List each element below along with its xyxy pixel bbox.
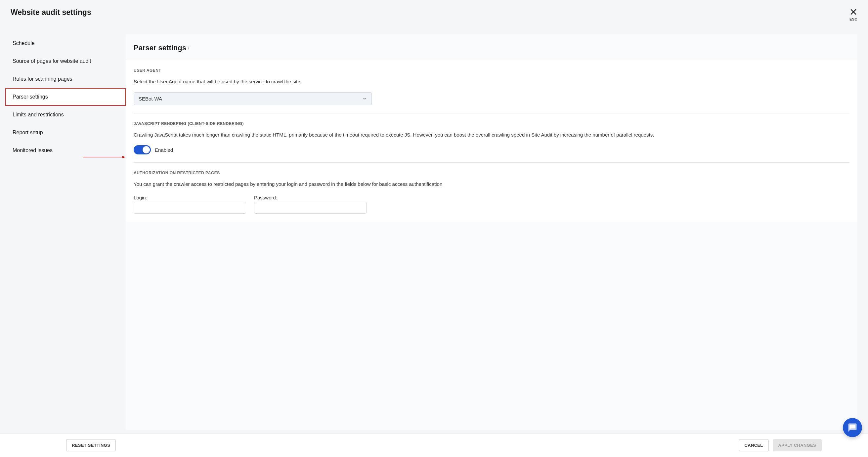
footer: RESET SETTINGS CANCEL APPLY CHANGES xyxy=(0,433,868,457)
close-container: ESC xyxy=(849,8,858,21)
chat-icon xyxy=(847,423,858,432)
reset-settings-button[interactable]: RESET SETTINGS xyxy=(66,439,116,451)
svg-marker-3 xyxy=(122,156,126,158)
js-rendering-toggle[interactable] xyxy=(134,145,151,155)
section-auth: AUTHORIZATION ON RESTRICTED PAGES You ca… xyxy=(134,163,849,222)
esc-label: ESC xyxy=(849,17,858,21)
footer-right: CANCEL APPLY CHANGES xyxy=(739,439,822,451)
sidebar-item-rules[interactable]: Rules for scanning pages xyxy=(5,70,126,88)
password-field-group: Password: xyxy=(254,195,367,214)
user-agent-select-wrapper: SEBot-WA xyxy=(134,92,372,105)
password-input[interactable] xyxy=(254,202,367,214)
user-agent-selected-value: SEBot-WA xyxy=(138,96,162,101)
sidebar-item-parser[interactable]: Parser settings xyxy=(5,88,126,106)
login-label: Login: xyxy=(134,195,246,200)
section-desc-auth: You can grant the crawler access to rest… xyxy=(134,181,849,188)
section-js-rendering: JAVASCRIPT RENDERING (CLIENT-SIDE RENDER… xyxy=(134,113,849,163)
password-label: Password: xyxy=(254,195,367,200)
js-toggle-label: Enabled xyxy=(155,147,173,153)
js-toggle-row: Enabled xyxy=(134,145,849,155)
user-agent-select[interactable]: SEBot-WA xyxy=(134,92,372,105)
content-title: Parser settings xyxy=(134,44,186,52)
apply-changes-button[interactable]: APPLY CHANGES xyxy=(773,439,822,451)
sidebar: Schedule Source of pages for website aud… xyxy=(0,34,126,430)
sidebar-item-source[interactable]: Source of pages for website audit xyxy=(5,52,126,70)
login-input[interactable] xyxy=(134,202,246,214)
content-body: USER AGENT Select the User Agent name th… xyxy=(126,60,858,222)
close-icon[interactable] xyxy=(849,8,858,16)
cancel-button[interactable]: CANCEL xyxy=(739,439,769,451)
chevron-down-icon xyxy=(362,96,367,101)
dialog-title: Website audit settings xyxy=(10,8,91,17)
content-header: Parser settings i xyxy=(126,34,858,60)
section-title-js: JAVASCRIPT RENDERING (CLIENT-SIDE RENDER… xyxy=(134,121,849,126)
section-title-auth: AUTHORIZATION ON RESTRICTED PAGES xyxy=(134,171,849,175)
login-field-group: Login: xyxy=(134,195,246,214)
section-title-user-agent: USER AGENT xyxy=(134,68,849,73)
dialog-header: Website audit settings ESC xyxy=(0,0,868,21)
sidebar-item-limits[interactable]: Limits and restrictions xyxy=(5,106,126,124)
info-icon[interactable]: i xyxy=(188,46,189,50)
arrow-annotation-icon xyxy=(83,156,126,158)
auth-fields: Login: Password: xyxy=(134,195,849,214)
toggle-knob xyxy=(143,146,150,154)
main-container: Schedule Source of pages for website aud… xyxy=(0,21,868,430)
content-panel: Parser settings i USER AGENT Select the … xyxy=(126,34,858,430)
sidebar-item-report[interactable]: Report setup xyxy=(5,124,126,141)
section-desc-js: Crawling JavaScript takes much longer th… xyxy=(134,131,849,139)
chat-bubble-button[interactable] xyxy=(843,418,862,437)
sidebar-item-schedule[interactable]: Schedule xyxy=(5,34,126,52)
section-user-agent: USER AGENT Select the User Agent name th… xyxy=(134,60,849,113)
section-desc-user-agent: Select the User Agent name that will be … xyxy=(134,78,849,86)
